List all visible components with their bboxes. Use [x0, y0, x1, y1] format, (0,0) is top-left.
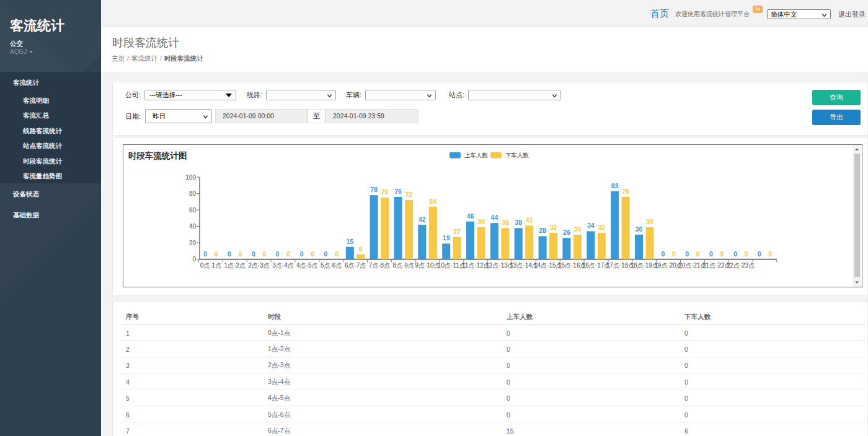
svg-text:46: 46: [467, 212, 474, 219]
svg-text:0: 0: [672, 250, 676, 257]
svg-text:41: 41: [526, 216, 533, 224]
svg-text:0: 0: [744, 250, 748, 257]
svg-text:80: 80: [189, 190, 197, 197]
svg-text:上车人数: 上车人数: [464, 152, 489, 159]
svg-text:26: 26: [563, 229, 570, 236]
svg-text:0: 0: [324, 250, 327, 257]
svg-text:19: 19: [443, 234, 450, 242]
svg-text:0: 0: [300, 250, 304, 257]
svg-text:76: 76: [394, 187, 402, 194]
svg-text:0: 0: [768, 250, 772, 257]
svg-text:28: 28: [539, 227, 546, 234]
svg-text:下车人数: 下车人数: [505, 152, 529, 159]
svg-text:0: 0: [276, 250, 280, 257]
svg-text:5点-6点: 5点-6点: [321, 262, 342, 269]
svg-text:0: 0: [758, 250, 761, 257]
svg-text:76: 76: [622, 187, 629, 194]
svg-text:0: 0: [286, 250, 290, 257]
svg-text:0: 0: [335, 250, 339, 257]
svg-text:3点-4点: 3点-4点: [272, 262, 293, 269]
svg-text:0: 0: [239, 250, 242, 257]
svg-text:20: 20: [189, 239, 197, 246]
svg-text:83: 83: [611, 181, 619, 189]
svg-text:15: 15: [346, 237, 353, 245]
svg-text:40: 40: [189, 223, 197, 230]
svg-text:0: 0: [720, 250, 724, 257]
svg-text:60: 60: [189, 206, 197, 213]
svg-text:0: 0: [661, 250, 665, 257]
svg-text:64: 64: [429, 197, 436, 204]
svg-text:8点-9点: 8点-9点: [392, 262, 414, 269]
svg-text:时段车流统计图: 时段车流统计图: [128, 151, 187, 160]
svg-text:0: 0: [192, 256, 196, 263]
svg-text:4点-5点: 4点-5点: [296, 262, 317, 269]
svg-text:0: 0: [709, 250, 713, 257]
svg-text:9点-10点: 9点-10点: [415, 262, 440, 269]
svg-text:75: 75: [381, 188, 389, 196]
svg-text:100: 100: [185, 173, 196, 180]
svg-text:44: 44: [491, 214, 498, 221]
svg-text:39: 39: [646, 217, 653, 225]
svg-text:0: 0: [203, 250, 207, 257]
svg-text:6点-7点: 6点-7点: [345, 262, 366, 269]
svg-text:32: 32: [550, 224, 557, 231]
svg-text:34: 34: [587, 222, 595, 229]
svg-text:0: 0: [228, 250, 231, 257]
svg-text:0点-1点: 0点-1点: [200, 262, 221, 269]
svg-text:30: 30: [574, 225, 582, 232]
svg-text:2点-3点: 2点-3点: [248, 262, 269, 269]
svg-text:32: 32: [598, 224, 605, 231]
svg-text:30: 30: [636, 225, 643, 232]
svg-text:1点-2点: 1点-2点: [224, 262, 246, 269]
svg-text:42: 42: [418, 215, 426, 222]
svg-text:72: 72: [405, 191, 413, 198]
svg-text:38: 38: [502, 219, 509, 226]
svg-text:0: 0: [685, 250, 689, 257]
svg-text:39: 39: [477, 217, 485, 225]
svg-text:27: 27: [453, 227, 461, 235]
svg-text:6: 6: [359, 245, 363, 252]
svg-text:0: 0: [311, 250, 314, 257]
svg-text:0: 0: [252, 250, 255, 257]
svg-text:38: 38: [515, 219, 522, 226]
svg-text:0: 0: [215, 250, 218, 257]
svg-text:0: 0: [262, 250, 266, 257]
svg-text:0: 0: [733, 250, 737, 257]
svg-text:78: 78: [370, 186, 378, 193]
svg-text:0: 0: [696, 250, 700, 257]
svg-text:7点-8点: 7点-8点: [369, 262, 390, 269]
svg-text:22点-23点: 22点-23点: [727, 262, 755, 269]
